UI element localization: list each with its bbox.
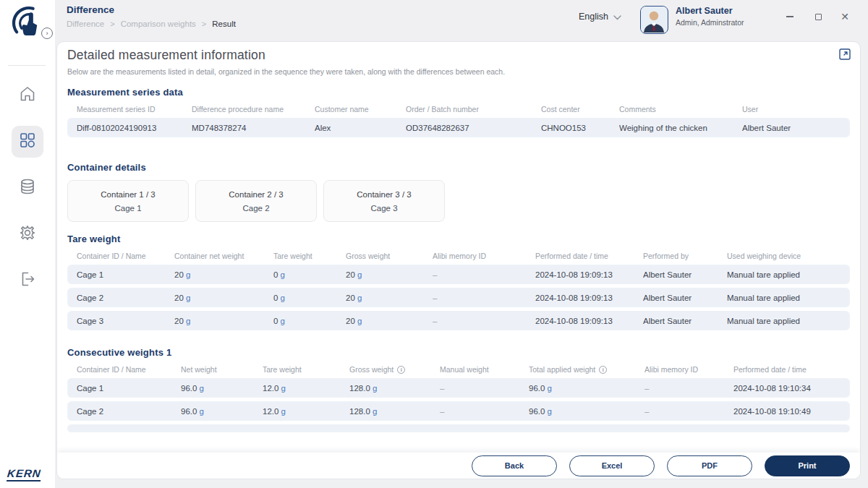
table-cell: 20 g [346,270,433,279]
window-minimize-button[interactable] [783,10,796,23]
column-header: Performed date / time [535,252,643,260]
table-cell: – [440,384,529,393]
table-cell: Weighing of the chicken [619,124,742,132]
user-avatar[interactable] [640,6,668,34]
minimize-icon [786,16,793,17]
breadcrumb-separator-icon: > [110,20,114,28]
sidebar-divider [8,65,46,66]
table-header-row: Measurement series IDDifference procedur… [67,105,850,114]
table-cell: 128.0 g [349,407,440,416]
table-row: Cage 196.0 g12.0 g128.0 g–96.0 g–2024-10… [67,378,850,398]
breadcrumb: Difference>Comparison weights>Result [67,20,236,28]
table-cell: – [433,294,535,302]
tare-weight-table: Container ID / NameContainer net weightT… [67,252,850,330]
settings-gear-icon [18,223,37,245]
container-card-name: Cage 3 [370,204,397,213]
language-label: English [579,12,608,22]
consecutive-weights-table: Container ID / NameNet weightTare weight… [67,365,850,421]
column-header: Net weight [181,365,263,374]
page-header-title: Difference [67,4,114,15]
language-selector[interactable]: English [579,10,621,23]
table-row: Cage 120 g0 g20 g–2024-10-08 19:09:13Alb… [67,265,850,284]
column-header: Customer name [315,105,406,114]
table-cell: 96.0 g [529,407,644,416]
section-title-consecutive-weights: Consecutive weights 1 [67,347,850,358]
window-close-button[interactable]: ✕ [838,10,851,23]
breadcrumb-separator-icon: > [202,20,206,28]
sidebar-item-logout[interactable] [12,265,43,296]
column-header: Gross weight [346,252,433,260]
action-footer: BackExcelPDFPrint [57,453,860,479]
column-header: Alibi memory ID [644,365,733,374]
table-cell: 20 g [174,317,273,325]
column-header: Comments [619,105,742,114]
table-row: Cage 296.0 g12.0 g128.0 g–96.0 g–2024-10… [67,401,850,421]
breadcrumb-item[interactable]: Difference [67,20,104,28]
user-name: Albert Sauter [676,6,733,16]
container-card-name: Cage 1 [114,204,141,213]
sidebar-item-settings[interactable] [12,218,43,250]
container-card-name: Cage 2 [242,204,269,213]
home-icon [18,85,37,106]
table-cell: 20 g [346,294,433,302]
sidebar-item-database[interactable] [12,172,43,204]
table-row: Cage 320 g0 g20 g–2024-10-08 19:09:13Alb… [67,311,850,330]
table-cell: Cage 1 [77,384,181,393]
back-button[interactable]: Back [472,455,557,476]
column-header: Cost center [541,105,619,114]
table-cell: OD37648282637 [406,124,541,132]
user-role: Admin, Adminstrator [676,18,744,27]
info-icon: i [599,366,607,374]
database-icon [18,177,37,199]
column-header: Tare weight [273,252,346,260]
table-cell: 12.0 g [263,384,349,393]
top-header: Difference Difference>Comparison weights… [55,0,868,41]
table-cell: Albert Sauter [742,124,850,132]
section-title-tare-weight: Tare weight [67,234,850,244]
table-cell: 96.0 g [181,384,263,393]
column-header: Alibi memory ID [433,252,535,260]
sidebar-item-home[interactable] [12,80,43,111]
window-maximize-button[interactable] [812,10,825,23]
table-cell: – [433,317,535,325]
breadcrumb-item[interactable]: Comparison weights [121,20,196,28]
table-cell: Cage 3 [77,317,174,325]
column-header: Measurement series ID [77,105,192,114]
column-header: User [742,105,850,114]
table-cell: Cage 2 [77,407,181,416]
info-icon: i [397,366,405,374]
apps-grid-icon [18,131,37,153]
breadcrumb-item[interactable]: Result [212,20,236,28]
sidebar-expand-chevron-button[interactable]: › [41,27,53,39]
column-header: Total applied weighti [529,365,644,374]
table-cell: 20 g [174,294,273,302]
maximize-icon [815,14,822,20]
table-cell: Alex [315,124,406,132]
table-cell: 96.0 g [181,407,263,416]
excel-button[interactable]: Excel [569,455,655,476]
container-card: Container 3 / 3Cage 3 [323,180,445,222]
table-cell: Albert Sauter [643,294,727,302]
table-cell: – [433,270,535,279]
page-title: Detailed measurement information [67,48,850,63]
app-window: { "colors": {"brand_navy": "#14335e", "r… [0,0,868,488]
logout-icon [18,270,37,291]
column-header: Gross weighti [349,365,440,374]
table-cell: 20 g [174,270,273,279]
pdf-button[interactable]: PDF [667,455,752,476]
column-header: Container ID / Name [77,365,181,374]
column-header: Manual weight [440,365,529,374]
sidebar-item-apps[interactable] [12,126,43,158]
table-cell: – [644,384,733,393]
print-button[interactable]: Print [765,455,850,476]
container-card: Container 1 / 3Cage 1 [67,180,189,222]
table-cell: 12.0 g [263,407,349,416]
table-cell: 2024-10-08 19:09:13 [535,270,643,279]
container-card-label: Container 2 / 3 [229,190,283,199]
table-row-partial [67,424,850,432]
measurement-series-table: Measurement series IDDifference procedur… [67,105,850,137]
column-header: Used weighing device [727,252,850,260]
table-cell: Manual tare applied [727,294,850,302]
table-row: Cage 220 g0 g20 g–2024-10-08 19:09:13Alb… [67,288,850,307]
table-cell: 2024-10-08 19:09:13 [535,317,643,325]
